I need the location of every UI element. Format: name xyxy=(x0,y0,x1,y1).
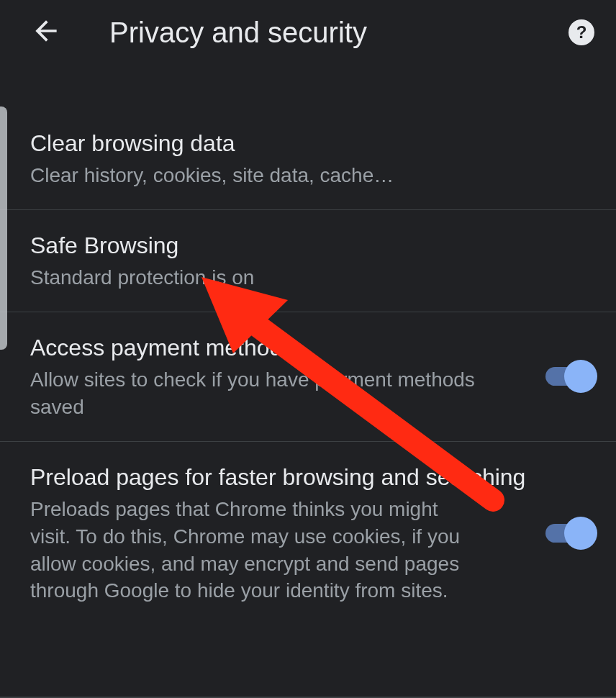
back-button[interactable] xyxy=(26,12,66,53)
setting-title: Clear browsing data xyxy=(30,128,593,159)
setting-subtitle: Preloads pages that Chrome thinks you mi… xyxy=(30,496,476,604)
setting-preload-pages[interactable]: Preload pages for faster browsing and se… xyxy=(0,442,616,625)
setting-title: Preload pages for faster browsing and se… xyxy=(30,462,531,493)
toggle-knob xyxy=(564,360,597,393)
setting-text: Safe Browsing Standard protection is on xyxy=(30,230,593,291)
setting-text: Clear browsing data Clear history, cooki… xyxy=(30,128,593,189)
help-button[interactable]: ? xyxy=(561,12,602,53)
scroll-indicator xyxy=(0,106,7,350)
header: Privacy and security ? xyxy=(0,0,616,65)
page-title: Privacy and security xyxy=(109,17,518,49)
setting-subtitle: Clear history, cookies, site data, cache… xyxy=(30,162,476,189)
setting-safe-browsing[interactable]: Safe Browsing Standard protection is on xyxy=(0,210,616,312)
setting-text: Access payment methods Allow sites to ch… xyxy=(30,332,531,421)
toggle-preload-pages[interactable] xyxy=(545,524,593,543)
toggle-knob xyxy=(564,517,597,550)
setting-clear-browsing-data[interactable]: Clear browsing data Clear history, cooki… xyxy=(0,108,616,210)
setting-title: Safe Browsing xyxy=(30,230,593,261)
toggle-access-payment-methods[interactable] xyxy=(545,367,593,386)
arrow-left-icon xyxy=(30,15,62,50)
setting-text: Preload pages for faster browsing and se… xyxy=(30,462,531,604)
setting-subtitle: Standard protection is on xyxy=(30,264,476,291)
settings-list: Clear browsing data Clear history, cooki… xyxy=(0,108,616,625)
setting-subtitle: Allow sites to check if you have payment… xyxy=(30,366,476,421)
setting-title: Access payment methods xyxy=(30,332,531,363)
help-icon: ? xyxy=(569,19,594,45)
setting-access-payment-methods[interactable]: Access payment methods Allow sites to ch… xyxy=(0,312,616,442)
